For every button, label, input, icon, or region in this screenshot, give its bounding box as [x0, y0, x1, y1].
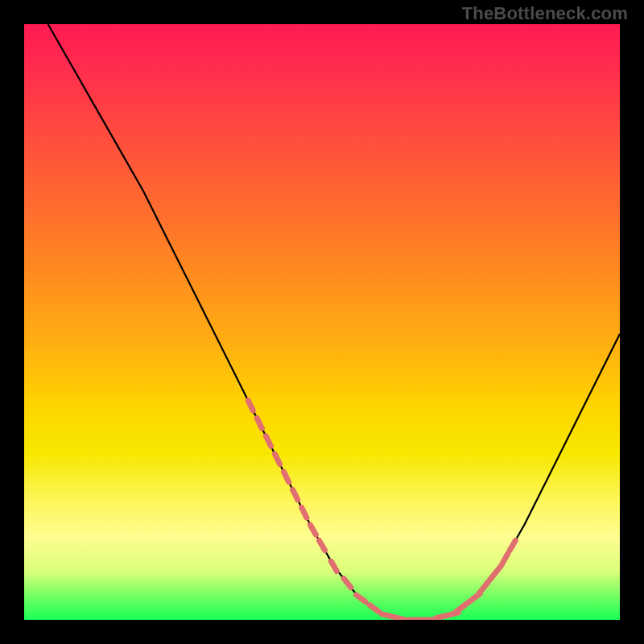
marker-dash [320, 540, 325, 550]
marker-dash [266, 436, 270, 447]
chart-container: TheBottleneck.com [0, 0, 644, 644]
marker-dash [344, 579, 351, 588]
bottleneck-curve [48, 24, 620, 620]
marker-dash [257, 419, 262, 429]
marker-dash [275, 454, 279, 464]
marker-dash [382, 614, 394, 617]
curve-svg [24, 24, 620, 620]
marker-dash [502, 554, 508, 564]
marker-dash [510, 540, 515, 550]
marker-dash [248, 400, 253, 411]
watermark-text: TheBottleneck.com [462, 3, 628, 24]
marker-dash [293, 489, 298, 500]
plot-area [24, 24, 620, 620]
curve-markers [248, 400, 515, 620]
marker-dash [302, 508, 307, 518]
marker-dash [395, 617, 407, 620]
marker-dash [369, 605, 378, 612]
marker-dash [284, 472, 289, 482]
marker-dash [357, 595, 365, 601]
marker-dash [310, 525, 316, 535]
marker-dash [494, 566, 502, 575]
marker-dash [331, 561, 336, 571]
